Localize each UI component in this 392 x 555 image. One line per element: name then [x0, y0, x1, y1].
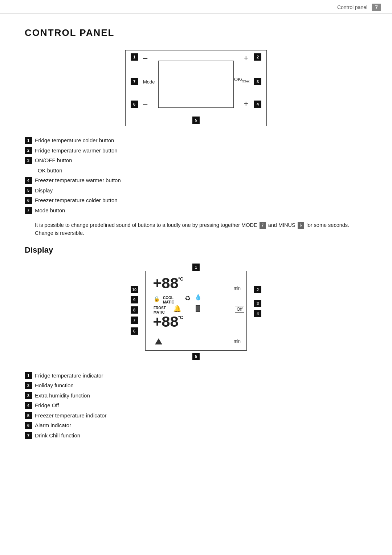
header-label: Control panel: [337, 4, 367, 10]
badge-3: 3: [254, 78, 261, 85]
section-title: CONTROL PANEL: [25, 27, 367, 38]
disp-list-item-7: 7 Drink Chill function: [25, 432, 367, 440]
disp-badge-3: 3: [254, 300, 261, 307]
frost-icon: 🔔: [173, 305, 181, 313]
list-item-3: 3 ON/OFF button: [25, 156, 367, 165]
item-badge-2: 2: [25, 147, 32, 154]
plus-top-right: +: [244, 53, 248, 63]
item-text-ok: OK button: [38, 167, 62, 175]
fridge-min-label: min: [234, 286, 241, 291]
disp-item-badge-3: 3: [25, 392, 32, 399]
badge-1: 1: [131, 53, 138, 61]
minus-bottom-left: –: [143, 99, 147, 109]
disp-badge-5: 5: [192, 353, 200, 360]
inner-display-box: [158, 61, 234, 108]
disp-list-item-4: 4 Fridge Off: [25, 401, 367, 410]
disp-item-text-1: Fridge temperature indicator: [35, 372, 103, 380]
disp-badge-9: 9: [131, 296, 138, 303]
disp-item-text-5: Freezer temperature indicator: [35, 412, 107, 420]
fridge-temp-row: +88 °C: [153, 276, 183, 293]
page-header: Control panel 7: [0, 0, 392, 13]
freezer-temp-row: +88 °C: [153, 314, 183, 331]
fridge-temp-unit: °C: [178, 276, 184, 282]
matic-text: MATIC: [163, 300, 174, 305]
disp-list-item-2: 2 Holiday function: [25, 381, 367, 390]
item-text-3: ON/OFF button: [35, 156, 72, 165]
disp-item-badge-6: 6: [25, 422, 32, 429]
item-text-2: Fridge temperature warmer button: [35, 147, 118, 155]
list-item-5: 5 Display: [25, 187, 367, 195]
disp-item-text-3: Extra humidity function: [35, 392, 90, 400]
lock-icon: 🔒: [154, 296, 160, 302]
disp-badge-1: 1: [192, 264, 200, 271]
freezer-temp-unit: °C: [178, 315, 184, 320]
list-item-2: 2 Fridge temperature warmer button: [25, 147, 367, 155]
disp-badge-2: 2: [254, 286, 261, 293]
horizontal-divider: [146, 311, 246, 311]
disp-item-text-6: Alarm indicator: [35, 421, 71, 430]
cool-text: COOL: [163, 296, 174, 300]
list-item-7: 7 Mode button: [25, 207, 367, 215]
freezer-min-label: min: [234, 339, 241, 344]
disp-list-item-6: 6 Alarm indicator: [25, 421, 367, 430]
list-item-4: 4 Freezer temperature warmer button: [25, 176, 367, 185]
triangle-shape: [155, 338, 162, 344]
display-diagram-wrapper: +88 °C min 🔒 COOL MATIC ♻ 💧 FR: [25, 264, 367, 362]
display-outer-box: +88 °C min 🔒 COOL MATIC ♻ 💧 FR: [145, 271, 247, 351]
control-panel-diagram: 1 – 2 + 7 Mode 3 OK/5Sec 6 – 4 + 5: [125, 50, 267, 126]
list-item-ok: OK button: [25, 167, 367, 175]
item-badge-7: 7: [25, 207, 32, 214]
disp-badge-7: 7: [131, 317, 138, 324]
item-text-6: Freezer temperature colder button: [35, 196, 118, 205]
item-text-4: Freezer temperature warmer button: [35, 176, 121, 185]
note-paragraph: It is possible to change predefined soun…: [35, 221, 367, 237]
disp-item-text-7: Drink Chill function: [35, 432, 80, 440]
disp-item-badge-5: 5: [25, 412, 32, 419]
alarm-triangle-icon: [155, 338, 162, 344]
cool-person-icon: ♻: [185, 294, 191, 302]
droplet-icon: 💧: [195, 294, 202, 301]
item-text-7: Mode button: [35, 207, 65, 215]
frost-matic-label: FROST MATIC: [154, 306, 166, 315]
disp-list-item-5: 5 Freezer temperature indicator: [25, 412, 367, 420]
disp-item-text-4: Fridge Off: [35, 401, 59, 410]
badge-7: 7: [131, 78, 138, 85]
freezer-temp-digits: +88: [153, 314, 178, 331]
mode-label: Mode: [143, 79, 155, 85]
disp-item-badge-2: 2: [25, 382, 32, 389]
badge-6: 6: [131, 101, 138, 108]
display-title: Display: [25, 245, 367, 255]
control-panel-diagram-wrapper: 1 – 2 + 7 Mode 3 OK/5Sec 6 – 4 + 5: [25, 50, 367, 126]
item-text-1: Fridge temperature colder button: [35, 136, 114, 145]
plus-bottom-right: +: [244, 99, 248, 109]
item-text-5: Display: [35, 187, 53, 195]
minus-top-left: –: [143, 53, 147, 63]
off-label: Off: [235, 306, 244, 313]
fridge-temp-digits: +88: [153, 276, 178, 293]
list-item-6: 6 Freezer temperature colder button: [25, 196, 367, 205]
item-no-badge: [25, 167, 35, 175]
ok-label: OK/5Sec: [234, 77, 250, 83]
item-badge-6: 6: [25, 197, 32, 204]
item-badge-1: 1: [25, 137, 32, 144]
disp-item-badge-4: 4: [25, 402, 32, 409]
item-badge-3: 3: [25, 157, 32, 164]
disp-list-item-1: 1 Fridge temperature indicator: [25, 372, 367, 380]
main-content: CONTROL PANEL 1 – 2 + 7 Mode 3 OK/5Sec 6: [0, 13, 392, 461]
item-badge-4: 4: [25, 177, 32, 184]
disp-item-badge-1: 1: [25, 372, 32, 379]
display-diagram: +88 °C min 🔒 COOL MATIC ♻ 💧 FR: [131, 264, 261, 362]
disp-badge-10: 10: [131, 286, 138, 293]
disp-list-item-3: 3 Extra humidity function: [25, 392, 367, 400]
badge-5: 5: [192, 117, 200, 124]
disp-badge-8: 8: [131, 306, 138, 314]
control-panel-items-list: 1 Fridge temperature colder button 2 Fri…: [25, 136, 367, 215]
item-badge-5: 5: [25, 187, 32, 194]
disp-item-text-2: Holiday function: [35, 381, 74, 390]
page-number: 7: [372, 4, 381, 11]
note-badge-6: 6: [298, 222, 304, 229]
frost-text: FROST: [154, 306, 166, 310]
note-badge-7: 7: [260, 222, 266, 229]
disp-badge-6: 6: [131, 327, 138, 335]
badge-4: 4: [254, 101, 261, 108]
